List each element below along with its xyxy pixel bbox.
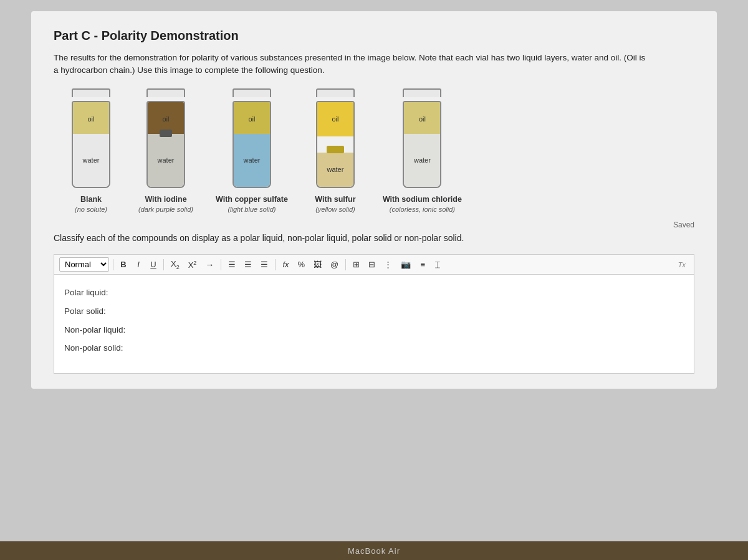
percent-button[interactable]: % [295,259,309,270]
vial-sulfur-container: oil water With sulfur (yellow solid) [310,95,360,215]
vial-copper: oil water [233,101,271,188]
superscript-button[interactable]: X2 [185,259,200,271]
vial-sulfur-wrapper: oil water [310,95,360,188]
water-layer-iodine: water [148,134,184,187]
non-polar-liquid-line: Non-polar liquid: [64,321,684,339]
vial-sulfur-label: With sulfur (yellow solid) [315,194,355,215]
table-button[interactable]: ⊞ [350,259,363,270]
vial-copper-label: With copper sulfate (light blue solid) [216,194,288,215]
macbook-label: MacBook Air [348,546,400,556]
arrow-button[interactable]: → [202,259,217,271]
code-button[interactable]: ⌶ [431,259,444,270]
main-screen: Part C - Polarity Demonstration The resu… [31,11,717,389]
align-left-button[interactable]: ☰ [225,259,239,270]
saved-status: Saved [673,221,694,229]
vial-top-rim-blank [72,88,110,97]
oil-layer-sulfur: oil [317,102,353,136]
classify-instruction: Classify each of the compounds on displa… [54,233,464,243]
description-text: The results for the demonstration for po… [54,52,646,77]
water-layer-sulfur: water [317,153,353,187]
subscript-button[interactable]: X2 [168,258,183,272]
vial-blank-container: oil water Blank (no solute) [66,95,116,215]
vial-nacl-wrapper: oil water [397,95,447,188]
vial-blank: oil water [72,101,110,188]
vial-copper-wrapper: oil water [227,95,277,188]
link-button[interactable]: @ [327,259,342,270]
more-button[interactable]: ⋮ [381,259,395,270]
oil-layer-blank: oil [73,102,109,136]
page-title: Part C - Polarity Demonstration [54,29,694,43]
water-layer-blank: water [73,134,109,187]
vial-iodine-wrapper: oil water [141,95,191,188]
vial-top-rim-iodine [146,88,185,97]
polar-solid-line: Polar solid: [64,302,684,321]
non-polar-solid-line: Non-polar solid: [64,339,684,358]
vial-blank-wrapper: oil water [66,95,116,188]
water-layer-nacl: water [404,134,440,187]
style-select[interactable]: Normal [59,257,109,272]
vial-copper-container: oil water With copper sulfate (light blu… [216,95,288,215]
vial-top-rim-sulfur [316,88,355,97]
oil-layer-copper: oil [234,102,270,136]
editor-toolbar: Normal B I U X2 X2 → ☰ ☰ ☰ fx % 🖼 @ ⊞ ⊟ … [54,254,694,274]
vial-nacl-label: With sodium chloride (colorless, ionic s… [383,194,462,215]
vial-nacl-container: oil water With sodium chloride (colorles… [383,95,462,215]
divider-1 [113,259,113,270]
fx-button[interactable]: fx [279,259,292,270]
editor-area[interactable]: Polar liquid: Polar solid: Non-polar liq… [54,274,694,374]
vial-iodine: oil water [146,101,185,188]
divider-2 [163,259,164,270]
align-right-button[interactable]: ☰ [257,259,271,270]
image-button[interactable]: 🖼 [310,259,325,270]
vials-row: oil water Blank (no solute) oil water Wi… [54,95,694,215]
vial-top-rim-nacl [403,88,441,97]
water-layer-copper: water [234,134,270,187]
divider-5 [345,259,346,270]
media-button[interactable]: 📷 [398,259,414,270]
divider-4 [275,259,276,270]
clear-format-button[interactable]: Tx [675,260,689,270]
non-polar-liquid-label: Non-polar liquid: [64,325,125,335]
oil-layer-nacl: oil [404,102,440,136]
bold-button[interactable]: B [117,259,130,270]
vial-iodine-container: oil water With iodine (dark purple solid… [138,95,193,215]
vial-nacl: oil water [403,101,441,188]
vial-sulfur: oil water [316,101,355,188]
non-polar-solid-label: Non-polar solid: [64,343,123,353]
vial-top-rim-copper [233,88,271,97]
align-center-button[interactable]: ☰ [241,259,255,270]
list-button[interactable]: ≡ [416,259,429,270]
bottom-bar: MacBook Air [0,541,748,560]
polar-solid-label: Polar solid: [64,306,106,316]
columns-button[interactable]: ⊟ [365,259,378,270]
sulfur-particles [327,146,344,153]
underline-button[interactable]: U [147,259,160,270]
polar-liquid-label: Polar liquid: [64,288,108,297]
vial-blank-label: Blank (no solute) [75,194,107,215]
italic-button[interactable]: I [132,259,145,270]
iodine-stopper [160,130,172,137]
vial-iodine-label: With iodine (dark purple solid) [138,194,193,215]
polar-liquid-line: Polar liquid: [64,283,684,302]
divider-3 [221,259,221,270]
